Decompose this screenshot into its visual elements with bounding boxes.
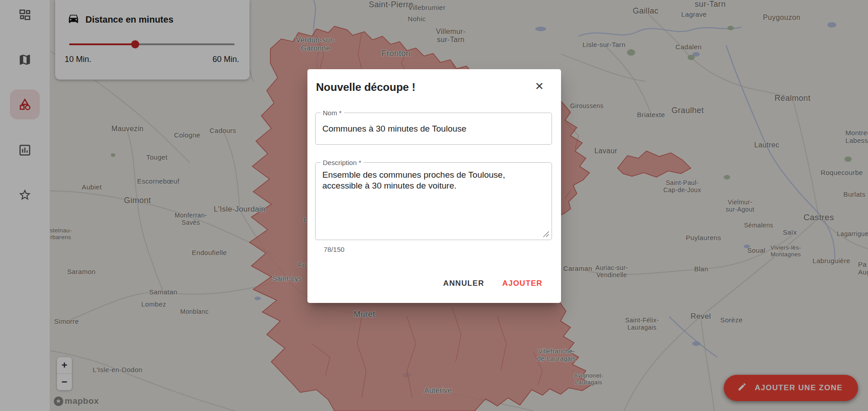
description-input[interactable]: Ensemble des communes proches de Toulous… xyxy=(316,163,552,240)
close-icon[interactable]: ✕ xyxy=(532,79,547,94)
cancel-button[interactable]: ANNULER xyxy=(437,275,490,292)
new-cutout-dialog: Nouvelle découpe ! ✕ Nom * Description *… xyxy=(307,69,561,303)
submit-button[interactable]: AJOUTER xyxy=(496,275,548,292)
description-field: Description * Ensemble des communes proc… xyxy=(315,162,552,240)
character-counter: 78/150 xyxy=(324,246,344,253)
description-field-label: Description * xyxy=(321,159,363,166)
name-field: Nom * xyxy=(315,113,552,145)
resize-handle-icon[interactable] xyxy=(543,231,549,237)
dialog-title: Nouvelle découpe ! xyxy=(316,81,415,94)
dialog-actions: ANNULER AJOUTER xyxy=(437,275,548,292)
name-field-label: Nom * xyxy=(321,109,344,117)
name-input[interactable] xyxy=(316,113,552,144)
